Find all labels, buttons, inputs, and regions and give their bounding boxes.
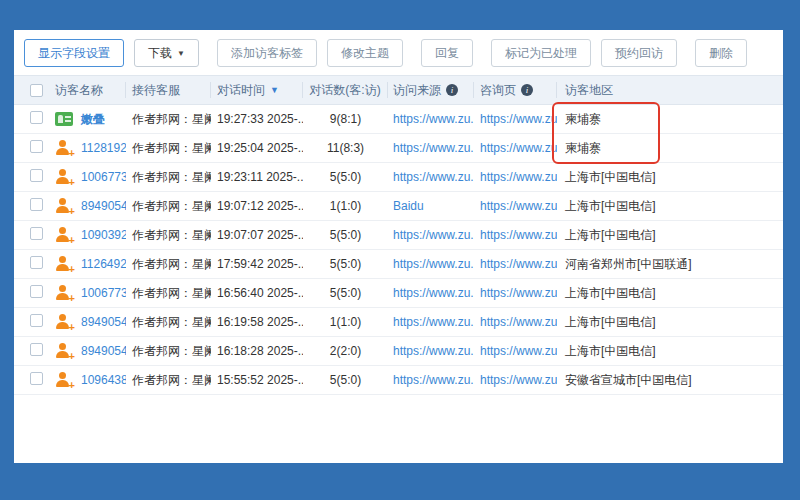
row-checkbox[interactable]	[30, 169, 43, 182]
visit-source-link[interactable]: Baidu	[388, 199, 474, 213]
select-all-checkbox[interactable]	[30, 84, 43, 97]
chat-time-cell: 19:25:04 2025-...	[211, 141, 303, 155]
row-checkbox[interactable]	[30, 140, 43, 153]
col-header-agent[interactable]: 接待客服	[126, 82, 211, 98]
row-checkbox[interactable]	[30, 372, 43, 385]
visitor-name-link[interactable]: 嫩叠	[81, 111, 105, 128]
row-checkbox[interactable]	[30, 285, 43, 298]
row-checkbox[interactable]	[30, 227, 43, 240]
visit-source-link[interactable]: https://www.zu...	[388, 112, 474, 126]
message-count-cell: 2(2:0)	[303, 344, 388, 358]
consult-page-link[interactable]: https://www.zu...	[474, 199, 557, 213]
modify-subject-button[interactable]: 修改主题	[327, 39, 403, 67]
download-dropdown-button[interactable]: 下载▼	[134, 39, 199, 67]
chat-time-cell: 17:59:42 2025-...	[211, 257, 303, 271]
visitor-name-link[interactable]: 10067732...	[81, 170, 126, 184]
consult-page-link[interactable]: https://www.zu...	[474, 315, 557, 329]
message-count-cell: 5(5:0)	[303, 170, 388, 184]
col-header-visit-source[interactable]: 访问来源i	[388, 82, 474, 98]
visitor-region-cell: 河南省郑州市[中国联通]	[557, 256, 783, 273]
consult-page-link[interactable]: https://www.zu...	[474, 344, 557, 358]
delete-button[interactable]: 删除	[695, 39, 747, 67]
visitor-name-link[interactable]: 10903927...	[81, 228, 126, 242]
toolbar: 显示字段设置 下载▼ 添加访客标签 修改主题 回复 标记为已处理 预约回访 删除	[14, 30, 783, 75]
agent-cell: 作者邦网：星阑	[126, 227, 211, 244]
visitor-name-link[interactable]: 89490549...	[81, 199, 126, 213]
display-field-settings-button[interactable]: 显示字段设置	[24, 39, 124, 67]
person-add-icon: +	[55, 372, 72, 388]
visitor-region-cell: 上海市[中国电信]	[557, 169, 783, 186]
visitor-name-link[interactable]: 10067732...	[81, 286, 126, 300]
visit-source-link[interactable]: https://www.zu...	[388, 344, 474, 358]
visit-source-link[interactable]: https://www.zu...	[388, 170, 474, 184]
col-header-visitor-name[interactable]: 访客名称	[50, 82, 126, 98]
person-add-icon: +	[55, 256, 72, 272]
table-row: + 10067732... 作者邦网：星阑 16:56:40 2025-... …	[14, 279, 783, 308]
agent-cell: 作者邦网：星阑	[126, 169, 211, 186]
row-checkbox[interactable]	[30, 198, 43, 211]
contact-card-icon	[55, 112, 73, 126]
visitor-name-link[interactable]: 11281922...	[81, 141, 126, 155]
mark-processed-button[interactable]: 标记为已处理	[491, 39, 591, 67]
consult-page-link[interactable]: https://www.zu...	[474, 257, 557, 271]
visit-source-link[interactable]: https://www.zu...	[388, 373, 474, 387]
visit-source-link[interactable]: https://www.zu...	[388, 315, 474, 329]
visitor-region-cell: 柬埔寨	[557, 111, 783, 128]
visitor-name-link[interactable]: 89490549...	[81, 315, 126, 329]
agent-cell: 作者邦网：星阑	[126, 111, 211, 128]
table-row: + 89490549... 作者邦网：星阑 16:19:58 2025-... …	[14, 308, 783, 337]
row-checkbox[interactable]	[30, 343, 43, 356]
visitor-name-link[interactable]: 10964383...	[81, 373, 126, 387]
consult-page-link[interactable]: https://www.zu...	[474, 373, 557, 387]
person-add-icon: +	[55, 169, 72, 185]
message-count-cell: 5(5:0)	[303, 286, 388, 300]
visitor-region-cell: 安徽省宣城市[中国电信]	[557, 372, 783, 389]
row-checkbox[interactable]	[30, 111, 43, 124]
agent-cell: 作者邦网：星阑	[126, 256, 211, 273]
chat-time-cell: 16:19:58 2025-...	[211, 315, 303, 329]
select-all-cell	[14, 82, 50, 98]
message-count-cell: 11(8:3)	[303, 141, 388, 155]
message-count-cell: 9(8:1)	[303, 112, 388, 126]
col-header-chat-time[interactable]: 对话时间▼	[211, 82, 303, 98]
visitor-region-cell: 上海市[中国电信]	[557, 227, 783, 244]
visit-source-link[interactable]: https://www.zu...	[388, 286, 474, 300]
consult-page-link[interactable]: https://www.zu...	[474, 228, 557, 242]
agent-cell: 作者邦网：星阑	[126, 372, 211, 389]
reply-button[interactable]: 回复	[421, 39, 473, 67]
col-header-message-count[interactable]: 对话数(客:访)	[303, 82, 388, 98]
message-count-cell: 1(1:0)	[303, 315, 388, 329]
info-icon[interactable]: i	[521, 84, 533, 96]
visitor-region-cell: 上海市[中国电信]	[557, 314, 783, 331]
consult-page-link[interactable]: https://www.zu...	[474, 170, 557, 184]
agent-cell: 作者邦网：星阑	[126, 314, 211, 331]
consult-page-link[interactable]: https://www.zu...	[474, 141, 557, 155]
table-row: + 11264929... 作者邦网：星阑 17:59:42 2025-... …	[14, 250, 783, 279]
table-row: + 11281922... 作者邦网：星阑 19:25:04 2025-... …	[14, 134, 783, 163]
col-header-visitor-region[interactable]: 访客地区	[557, 82, 783, 98]
consult-page-link[interactable]: https://www.zu...	[474, 112, 557, 126]
caret-down-icon: ▼	[177, 49, 185, 58]
col-header-consult-page[interactable]: 咨询页i	[474, 82, 557, 98]
visit-source-link[interactable]: https://www.zu...	[388, 228, 474, 242]
table-row: + 10903927... 作者邦网：星阑 19:07:07 2025-... …	[14, 221, 783, 250]
sort-desc-icon: ▼	[270, 85, 279, 95]
visitor-name-link[interactable]: 11264929...	[81, 257, 126, 271]
agent-cell: 作者邦网：星阑	[126, 343, 211, 360]
row-checkbox[interactable]	[30, 314, 43, 327]
visit-source-link[interactable]: https://www.zu...	[388, 257, 474, 271]
table-row: + 10964383... 作者邦网：星阑 15:55:52 2025-... …	[14, 366, 783, 395]
schedule-callback-button[interactable]: 预约回访	[601, 39, 677, 67]
visit-source-link[interactable]: https://www.zu...	[388, 141, 474, 155]
chat-time-cell: 16:18:28 2025-...	[211, 344, 303, 358]
add-visitor-tag-button[interactable]: 添加访客标签	[217, 39, 317, 67]
row-checkbox[interactable]	[30, 256, 43, 269]
consult-page-link[interactable]: https://www.zu...	[474, 286, 557, 300]
table-row: + 10067732... 作者邦网：星阑 19:23:11 2025-... …	[14, 163, 783, 192]
message-count-cell: 5(5:0)	[303, 228, 388, 242]
table-row: + 嫩叠 作者邦网：星阑 19:27:33 2025-... 9(8:1) ht…	[14, 105, 783, 134]
visitor-region-cell: 上海市[中国电信]	[557, 285, 783, 302]
info-icon[interactable]: i	[446, 84, 458, 96]
visitor-name-link[interactable]: 89490549...	[81, 344, 126, 358]
visitor-region-cell: 上海市[中国电信]	[557, 198, 783, 215]
